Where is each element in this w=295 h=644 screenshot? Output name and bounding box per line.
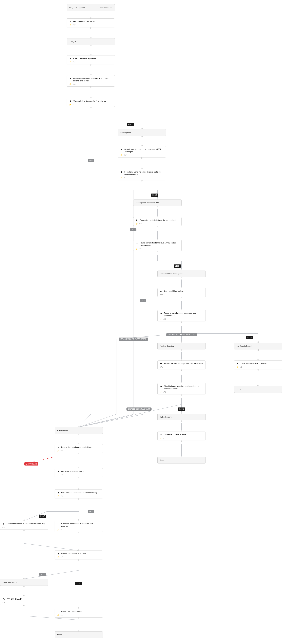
- label-else: ELSE: [127, 123, 134, 126]
- bolt-icon: ⚡: [57, 556, 59, 558]
- task-id: #66: [164, 318, 166, 320]
- chevron-right-icon: [57, 446, 60, 449]
- task-71[interactable]: Analyst decision for suspicious cmd para…: [158, 360, 206, 369]
- task-id: #58: [72, 61, 76, 63]
- section-title: No Results Found: [237, 345, 252, 347]
- task-6[interactable]: Close Alert - No results returned ⚡#6: [234, 360, 282, 369]
- label-else: ELSE: [151, 194, 158, 197]
- subplaybook-icon: [160, 290, 162, 292]
- svg-point-51: [3, 599, 4, 600]
- task-title: Close Alert - False Positive: [164, 433, 203, 436]
- bolt-icon: ⚡: [69, 24, 71, 26]
- task-69[interactable]: Get script execution results ⚡#69: [54, 468, 103, 477]
- label-yes: YES: [88, 510, 94, 513]
- section-block-ip[interactable]: Block Malicious IP: [0, 579, 48, 586]
- task-2[interactable]: Check whether the remote IP is external …: [67, 98, 115, 107]
- task-title: Close Alert - True Positive: [61, 610, 100, 613]
- bolt-icon: ⚡: [57, 529, 59, 531]
- task-47[interactable]: Search for related alerts by name and MI…: [118, 146, 166, 158]
- task-17[interactable]: Is there a malicious IP to block? ⚡#17: [54, 550, 103, 560]
- label-else: ELSE: [39, 514, 46, 518]
- section-investigation[interactable]: Investigation: [118, 129, 166, 136]
- task-44[interactable]: Close Alert - False Positive ⚡#44: [158, 431, 206, 440]
- label-else: ELSE: [246, 336, 253, 339]
- chevron-right-icon: [69, 57, 72, 60]
- section-title: Command-line Investigation: [160, 272, 183, 275]
- task-27[interactable]: Get scheduled task details ⚡#27: [67, 18, 115, 28]
- connector-layer: .edge { stroke:#c4c7cc; stroke-width:2; …: [0, 0, 295, 644]
- diamond-icon: [57, 552, 60, 555]
- task-32[interactable]: Found any alerts of malicious activity o…: [133, 240, 182, 251]
- done-false-positive[interactable]: Done: [158, 457, 206, 464]
- label-yes: YES: [140, 299, 146, 302]
- svg-point-43: [161, 290, 162, 291]
- io-link[interactable]: Inputs / Outputs: [100, 6, 112, 8]
- label-malicious-cmd: MALICIOUS CMD PARAMETERS: [119, 338, 148, 341]
- svg-rect-47: [160, 386, 162, 387]
- svg-rect-42: [136, 242, 138, 244]
- diamond-icon: [160, 385, 162, 388]
- section-investigation-remote[interactable]: Investigation on remote host: [133, 199, 182, 206]
- section-cmd-investigation[interactable]: Command-line Investigation: [158, 270, 206, 277]
- start-node[interactable]: Playbook Triggered Inputs / Outputs: [67, 4, 115, 11]
- bolt-icon: ⚡: [136, 223, 138, 225]
- task-id: #13: [60, 614, 64, 616]
- section-title: Investigation on remote host: [136, 202, 159, 204]
- task-id: #69: [60, 474, 64, 476]
- playbook-canvas: .edge { stroke:#c4c7cc; stroke-width:2; …: [0, 0, 295, 644]
- task-title: War room notification - Scheduled Task D…: [61, 522, 100, 528]
- chevron-right-icon: [136, 219, 138, 222]
- task-title: Determine whether the remote IP address …: [73, 77, 112, 82]
- label-else: ELSE: [75, 582, 82, 586]
- task-66[interactable]: Found any malicious or suspicious cmd pa…: [158, 310, 206, 321]
- section-remediation[interactable]: Remediation: [54, 427, 103, 434]
- task-id: #67: [60, 529, 64, 531]
- task-72[interactable]: Should disable schedule task based on th…: [158, 383, 206, 394]
- task-4[interactable]: Found any alerts indicating this is a ma…: [118, 169, 166, 180]
- svg-rect-41: [120, 171, 122, 173]
- section-false-positive[interactable]: False Positive: [158, 414, 206, 420]
- task-58[interactable]: Check remote IP reputation ⚡#58: [67, 55, 115, 64]
- bolt-icon: ⚡: [120, 154, 122, 156]
- task-13[interactable]: Close Alert - True Positive ⚡#13: [54, 609, 103, 618]
- label-yes: YES: [130, 228, 136, 232]
- task-70[interactable]: Has the script disabled the task success…: [54, 490, 103, 498]
- task-16[interactable]: Disable the malicious scheduled task ⚡#1…: [54, 444, 103, 453]
- task-title: Is there a malicious IP to block?: [61, 552, 100, 555]
- task-title: Found any alerts indicating this is a ma…: [124, 171, 164, 176]
- task-38[interactable]: Determine whether the remote IP address …: [67, 75, 115, 86]
- section-analysis[interactable]: Analysis: [67, 38, 115, 45]
- section-no-results[interactable]: No Results Found: [234, 343, 282, 350]
- task-20[interactable]: PAN-OS - Block IP #20: [0, 596, 48, 605]
- section-analyst-decision[interactable]: Analyst Decision: [158, 343, 206, 350]
- chevron-right-icon: [57, 470, 60, 473]
- bolt-icon: ⚡: [236, 366, 238, 368]
- task-28[interactable]: Command-Line Analysis #28: [158, 288, 206, 297]
- label-error-path: ERROR PATH: [24, 462, 38, 466]
- task-id: #38: [72, 83, 76, 85]
- done-no-results[interactable]: Done: [234, 386, 282, 393]
- diamond-icon: [69, 100, 72, 102]
- task-id: #70: [60, 495, 64, 497]
- svg-rect-46: [160, 312, 162, 314]
- task-22[interactable]: Disable the malicious scheduled task man…: [0, 521, 48, 530]
- start-title: Playbook Triggered: [69, 6, 98, 9]
- bolt-icon: ⚡: [69, 61, 71, 63]
- task-title: Found any malicious or suspicious cmd pa…: [164, 312, 203, 317]
- bolt-icon: ⚡: [120, 177, 122, 179]
- task-31[interactable]: Search for related alerts on the remote …: [133, 217, 182, 226]
- task-67[interactable]: War room notification - Scheduled Task D…: [54, 521, 103, 532]
- label-yes: YES: [40, 573, 46, 576]
- done-title: Done: [160, 459, 164, 461]
- bolt-icon: ⚡: [160, 391, 162, 393]
- bolt-icon: ⚡: [57, 495, 59, 497]
- task-id: #20: [2, 602, 5, 604]
- task-id: #22: [2, 526, 5, 528]
- section-title: False Positive: [160, 416, 172, 418]
- task-title: Close Alert - No results returned: [241, 362, 280, 365]
- done-remediation[interactable]: Done: [54, 631, 103, 638]
- task-id: #72: [164, 391, 166, 393]
- task-id: #27: [72, 24, 76, 26]
- label-yes: YES: [88, 159, 94, 162]
- chevron-right-icon: [120, 148, 123, 151]
